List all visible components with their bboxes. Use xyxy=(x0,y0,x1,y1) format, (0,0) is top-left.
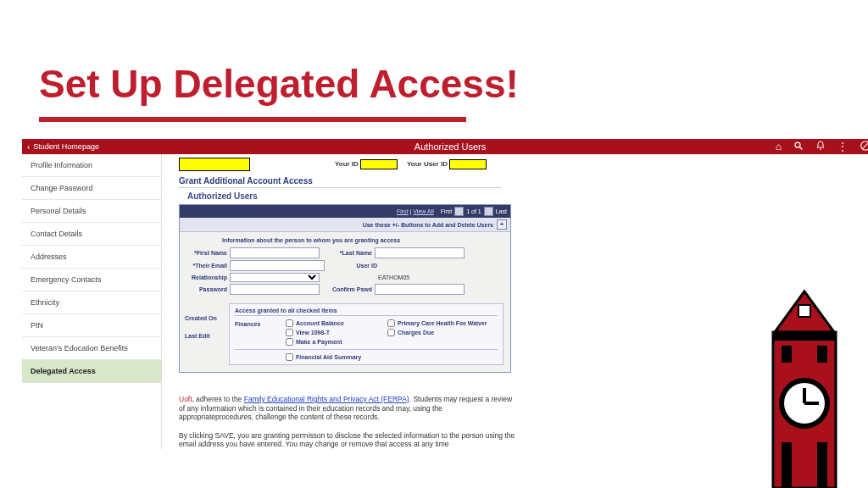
svg-rect-6 xyxy=(798,305,810,317)
back-button[interactable]: ‹ Student Homepage xyxy=(22,142,104,152)
back-label: Student Homepage xyxy=(33,142,99,151)
home-icon[interactable]: ⌂ xyxy=(776,141,782,152)
chk-view-1098t[interactable]: View 1098-T xyxy=(286,329,387,336)
count-label: 1 of 1 xyxy=(466,208,481,214)
title-underline xyxy=(39,117,466,122)
meta-row: Created On Last Edit Access granted to a… xyxy=(180,300,510,372)
user-id-value: EATHOM05 xyxy=(375,274,409,280)
slide-title: Set Up Delegated Access! xyxy=(39,61,519,107)
email-label: Their Email xyxy=(186,263,230,269)
sidebar-item-veterans[interactable]: Veteran's Education Benefits xyxy=(22,337,161,360)
chk-account-balance[interactable]: Account Balance xyxy=(286,319,387,327)
sidebar-item-change-password[interactable]: Change Password xyxy=(22,177,161,200)
clocktower-illustration xyxy=(741,285,868,488)
chevron-left-icon: ‹ xyxy=(27,142,30,152)
first-name-input[interactable] xyxy=(230,247,320,258)
prev-button[interactable] xyxy=(454,207,464,216)
last-edit-label: Last Edit xyxy=(185,333,229,339)
user-id-label: User ID xyxy=(330,263,380,269)
svg-rect-8 xyxy=(773,332,836,341)
first-label: First xyxy=(441,208,453,214)
sidebar: Profile Information Change Password Pers… xyxy=(22,154,162,449)
next-button[interactable] xyxy=(484,207,493,216)
divider xyxy=(179,187,501,188)
sidebar-item-ethnicity[interactable]: Ethnicity xyxy=(22,291,161,314)
view-all-link[interactable]: View All xyxy=(413,208,433,214)
confirm-label: Confirm Pswd xyxy=(325,286,375,292)
sidebar-item-personal-details[interactable]: Personal Details xyxy=(22,200,161,223)
redacted-your-user-id xyxy=(449,159,487,169)
chk-charges-due[interactable]: Charges Due xyxy=(387,329,489,336)
section-grant-title: Grant Additional Account Access xyxy=(179,176,868,186)
find-link[interactable]: Find xyxy=(397,208,409,214)
created-on-label: Created On xyxy=(185,315,229,321)
sidebar-item-contact-details[interactable]: Contact Details xyxy=(22,223,161,246)
svg-point-0 xyxy=(795,142,800,147)
sidebar-item-addresses[interactable]: Addresses xyxy=(22,246,161,269)
password-label: Password xyxy=(186,286,230,292)
redacted-your-id xyxy=(360,159,398,169)
svg-rect-9 xyxy=(782,346,792,363)
section-auth-title: Authorized Users xyxy=(187,191,868,201)
bell-icon[interactable] xyxy=(815,141,826,153)
ferpa-p2: By clicking SAVE, you are granting permi… xyxy=(179,431,515,449)
app-topbar: ‹ Student Homepage Authorized Users ⌂ ⋮ xyxy=(22,139,868,154)
relationship-label: Relationship xyxy=(186,274,230,280)
panel-toolbar: Find | View All First 1 of 1 Last xyxy=(180,205,510,218)
chk-make-payment[interactable]: Make a Payment xyxy=(286,338,387,346)
svg-rect-16 xyxy=(817,442,827,488)
svg-line-4 xyxy=(862,141,868,148)
topbar-actions: ⌂ ⋮ xyxy=(776,140,868,154)
redacted-name xyxy=(179,158,250,171)
info-heading: Information about the person to whom you… xyxy=(180,232,510,247)
add-delete-hint: Use these +/- Buttons to Add and Delete … xyxy=(363,222,493,228)
stop-icon[interactable] xyxy=(860,140,868,154)
ferpa-link[interactable]: Family Educational Rights and Privacy Ac… xyxy=(244,395,409,403)
last-name-input[interactable] xyxy=(375,247,465,258)
last-name-label: *Last Name xyxy=(325,250,375,256)
first-name-label: First Name xyxy=(186,250,230,256)
svg-line-1 xyxy=(800,147,803,149)
finances-label: Finances xyxy=(235,319,286,327)
access-heading: Access granted to all checked items xyxy=(235,308,498,316)
panel-subbar: Use these +/- Buttons to Add and Delete … xyxy=(180,218,510,232)
access-box: Access granted to all checked items Fina… xyxy=(229,303,504,365)
sidebar-item-profile[interactable]: Profile Information xyxy=(22,154,161,177)
chk-financial-aid-summary[interactable]: Financial Aid Summary xyxy=(286,353,361,361)
your-user-id-label: Your User ID xyxy=(407,160,448,168)
your-id-label: Your ID xyxy=(335,160,359,168)
your-id-group: Your ID Your User ID xyxy=(335,159,487,169)
search-icon[interactable] xyxy=(793,141,804,153)
email-input[interactable] xyxy=(230,260,325,271)
users-panel: Find | View All First 1 of 1 Last Use th… xyxy=(179,204,511,373)
chk-health-fee-waiver[interactable]: Primary Care Health Fee Waiver xyxy=(387,319,489,327)
password-input[interactable] xyxy=(230,284,320,295)
ferpa-text: UofL adheres to the Family Educational R… xyxy=(179,395,518,449)
sidebar-item-emergency-contacts[interactable]: Emergency Contacts xyxy=(22,269,161,291)
uofl-word: UofL xyxy=(179,395,194,403)
sidebar-item-delegated-access[interactable]: Delegated Access xyxy=(22,360,161,383)
add-user-button[interactable]: + xyxy=(497,219,507,230)
sidebar-item-pin[interactable]: PIN xyxy=(22,314,161,337)
topbar-title: Authorized Users xyxy=(415,141,486,152)
svg-rect-10 xyxy=(817,346,827,363)
confirm-input[interactable] xyxy=(375,284,465,295)
kebab-icon[interactable]: ⋮ xyxy=(837,141,848,152)
relationship-select[interactable] xyxy=(230,273,320,282)
svg-rect-15 xyxy=(782,442,792,488)
last-label: Last xyxy=(496,208,507,214)
